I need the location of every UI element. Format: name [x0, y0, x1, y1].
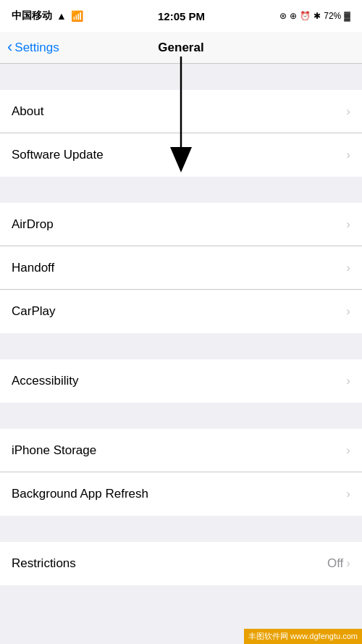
airdrop-right: ›: [346, 217, 350, 232]
software-update-right: ›: [346, 148, 350, 162]
handoff-label: Handoff: [12, 261, 54, 275]
wifi-icon: 📶: [71, 10, 83, 22]
settings-row-about[interactable]: About ›: [0, 90, 362, 133]
status-time: 12:05 PM: [158, 10, 205, 22]
battery-text: 72%: [324, 11, 341, 21]
section-gap-4: [0, 403, 362, 429]
background-refresh-label: Background App Refresh: [12, 487, 148, 501]
settings-row-carplay[interactable]: CarPlay ›: [0, 290, 362, 333]
iphone-storage-right: ›: [346, 443, 350, 458]
settings-row-handoff[interactable]: Handoff ›: [0, 246, 362, 290]
carplay-right: ›: [346, 304, 350, 319]
background-refresh-chevron-icon: ›: [346, 487, 350, 501]
settings-group-5: Restrictions Off ›: [0, 542, 362, 585]
settings-row-iphone-storage[interactable]: iPhone Storage ›: [0, 429, 362, 472]
carplay-label: CarPlay: [12, 304, 55, 319]
settings-group-3: Accessibility ›: [0, 359, 362, 403]
alarm-icon: ⏰: [300, 11, 311, 21]
software-update-chevron-icon: ›: [346, 148, 350, 162]
status-left: 中国移动 ▲ 📶: [12, 9, 83, 22]
settings-row-airdrop[interactable]: AirDrop ›: [0, 203, 362, 246]
signal-icon: ▲: [56, 10, 67, 22]
section-gap-1: [0, 64, 362, 90]
handoff-chevron-icon: ›: [346, 261, 350, 275]
settings-row-software-update[interactable]: Software Update ›: [0, 133, 362, 177]
carrier-text: 中国移动: [12, 9, 52, 22]
location-icon: ⊛: [279, 11, 287, 21]
compass-icon: ⊕: [290, 11, 297, 21]
page-title: General: [158, 41, 203, 55]
settings-row-background-refresh[interactable]: Background App Refresh ›: [0, 472, 362, 516]
background-refresh-right: ›: [346, 487, 350, 501]
airdrop-chevron-icon: ›: [346, 217, 350, 232]
back-label[interactable]: Settings: [14, 41, 59, 55]
back-chevron-icon: ‹: [7, 39, 12, 55]
settings-row-restrictions[interactable]: Restrictions Off ›: [0, 542, 362, 585]
settings-group-2: AirDrop › Handoff › CarPlay ›: [0, 203, 362, 333]
handoff-right: ›: [346, 261, 350, 275]
iphone-storage-chevron-icon: ›: [346, 443, 350, 458]
restrictions-label: Restrictions: [12, 556, 76, 571]
section-gap-5: [0, 516, 362, 542]
battery-icon: ▓: [344, 11, 350, 21]
settings-group-1: About › Software Update ›: [0, 90, 362, 177]
restrictions-chevron-icon: ›: [346, 556, 350, 571]
accessibility-label: Accessibility: [12, 374, 79, 388]
carplay-chevron-icon: ›: [346, 304, 350, 319]
settings-group-4: iPhone Storage › Background App Refresh …: [0, 429, 362, 516]
about-chevron-icon: ›: [346, 104, 350, 119]
watermark: 丰图软件网 www.dgfengtu.com: [244, 629, 362, 644]
about-right: ›: [346, 104, 350, 119]
accessibility-chevron-icon: ›: [346, 374, 350, 388]
section-gap-3: [0, 333, 362, 359]
nav-header: ‹ Settings General: [0, 32, 362, 64]
back-button[interactable]: ‹ Settings: [7, 41, 59, 55]
settings-row-accessibility[interactable]: Accessibility ›: [0, 359, 362, 403]
airdrop-label: AirDrop: [12, 217, 54, 232]
bluetooth-icon: ✱: [313, 11, 321, 21]
restrictions-right: Off ›: [327, 556, 350, 571]
section-gap-2: [0, 177, 362, 203]
about-label: About: [12, 104, 43, 119]
status-bar: 中国移动 ▲ 📶 12:05 PM ⊛ ⊕ ⏰ ✱ 72% ▓: [0, 0, 362, 32]
iphone-storage-label: iPhone Storage: [12, 443, 96, 458]
accessibility-right: ›: [346, 374, 350, 388]
status-right: ⊛ ⊕ ⏰ ✱ 72% ▓: [279, 11, 350, 21]
software-update-label: Software Update: [12, 148, 104, 162]
restrictions-value: Off: [327, 556, 343, 571]
